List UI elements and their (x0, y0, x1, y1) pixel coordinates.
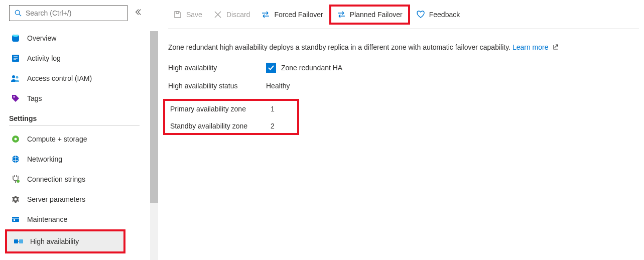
ha-status-value: Healthy (266, 82, 290, 90)
ha-status-label: High availability status (168, 82, 266, 90)
svg-rect-23 (14, 239, 18, 243)
svg-rect-24 (19, 239, 23, 243)
main-content: Save Discard Forced Failover Planned Fai… (153, 0, 644, 260)
feedback-button[interactable]: Feedback (411, 7, 465, 22)
sidebar-item-overview[interactable]: Overview (9, 28, 153, 48)
ha-label: High availability (168, 64, 266, 72)
discard-icon (213, 10, 222, 19)
tags-icon (11, 94, 20, 103)
svg-rect-22 (14, 219, 15, 221)
high-availability-icon (14, 237, 23, 246)
primary-zone-row: Primary availability zone 1 (170, 105, 275, 113)
ha-checkbox[interactable] (266, 63, 276, 73)
sidebar-item-label: Connection strings (27, 175, 85, 183)
sidebar-item-high-availability[interactable]: High availability (7, 231, 123, 251)
sidebar: Overview Activity log Access control (IA… (0, 0, 153, 260)
discard-button[interactable]: Discard (208, 7, 255, 22)
sidebar-item-label: Activity log (27, 54, 61, 62)
high-availability-highlight: High availability (5, 229, 125, 253)
description-text: Zone redundant high availability deploys… (168, 43, 639, 52)
sidebar-item-label: Overview (27, 34, 56, 42)
forced-failover-icon (261, 10, 270, 19)
sidebar-item-label: Access control (IAM) (27, 74, 92, 82)
svg-point-9 (14, 96, 15, 98)
primary-zone-label: Primary availability zone (170, 105, 271, 113)
gear-icon (11, 195, 20, 204)
ha-value: Zone redundant HA (281, 64, 342, 72)
svg-rect-26 (176, 12, 179, 14)
planned-failover-label: Planned Failover (350, 11, 403, 19)
sidebar-item-tags[interactable]: Tags (9, 88, 153, 108)
svg-point-7 (12, 75, 15, 78)
svg-point-18 (17, 180, 20, 183)
sidebar-item-compute-storage[interactable]: Compute + storage (9, 129, 153, 149)
feedback-label: Feedback (429, 11, 460, 19)
sidebar-scrollbar-thumb[interactable] (150, 31, 158, 203)
svg-rect-20 (12, 217, 19, 222)
networking-icon (11, 155, 20, 164)
sidebar-item-label: Compute + storage (27, 135, 87, 143)
discard-label: Discard (226, 11, 250, 19)
sidebar-item-access-control[interactable]: Access control (IAM) (9, 68, 153, 88)
sidebar-item-label: Tags (27, 94, 42, 102)
standby-zone-row: Standby availability zone 2 (170, 122, 275, 130)
svg-point-8 (16, 76, 19, 79)
access-control-icon (11, 74, 20, 83)
compute-icon (11, 135, 20, 144)
standby-zone-label: Standby availability zone (170, 122, 271, 130)
save-button[interactable]: Save (168, 7, 207, 22)
planned-failover-button[interactable]: Planned Failover (332, 7, 408, 22)
forced-failover-label: Forced Failover (274, 11, 323, 19)
ha-status-row: High availability status Healthy (168, 82, 639, 90)
sidebar-item-label: Networking (27, 155, 62, 163)
sidebar-scrollbar[interactable] (150, 31, 158, 260)
search-box[interactable] (9, 5, 127, 21)
ha-row: High availability Zone redundant HA (168, 63, 639, 73)
save-icon (173, 10, 182, 19)
sidebar-item-server-parameters[interactable]: Server parameters (9, 189, 153, 209)
svg-point-19 (15, 198, 17, 201)
svg-point-2 (13, 35, 19, 37)
forced-failover-button[interactable]: Forced Failover (256, 7, 328, 22)
overview-icon (11, 34, 20, 43)
save-label: Save (186, 11, 202, 19)
sidebar-item-label: Maintenance (27, 215, 67, 223)
planned-failover-highlight: Planned Failover (329, 5, 410, 25)
search-input[interactable] (26, 9, 123, 17)
sidebar-item-activity-log[interactable]: Activity log (9, 48, 153, 68)
sidebar-item-label: Server parameters (27, 195, 85, 203)
external-link-icon (552, 44, 558, 52)
sidebar-item-connection-strings[interactable]: Connection strings (9, 169, 153, 189)
search-icon (14, 9, 23, 18)
ha-checkbox-row: Zone redundant HA (266, 63, 342, 73)
settings-section-header: Settings (9, 114, 140, 126)
heart-icon (416, 10, 425, 19)
standby-zone-value: 2 (271, 122, 275, 130)
maintenance-icon (11, 215, 20, 224)
svg-point-11 (15, 138, 17, 141)
toolbar: Save Discard Forced Failover Planned Fai… (168, 0, 639, 29)
collapse-sidebar-button[interactable] (133, 7, 144, 20)
sidebar-item-networking[interactable]: Networking (9, 149, 153, 169)
sidebar-item-label: High availability (30, 237, 79, 245)
activity-log-icon (11, 54, 20, 63)
connection-icon (11, 175, 20, 184)
availability-zones-highlight: Primary availability zone 1 Standby avai… (163, 99, 299, 135)
search-row (9, 5, 153, 21)
planned-failover-icon (337, 10, 346, 19)
primary-zone-value: 1 (271, 105, 275, 113)
svg-line-1 (19, 14, 21, 16)
learn-more-link[interactable]: Learn more (512, 43, 549, 51)
sidebar-item-maintenance[interactable]: Maintenance (9, 209, 153, 229)
svg-point-0 (15, 10, 20, 15)
